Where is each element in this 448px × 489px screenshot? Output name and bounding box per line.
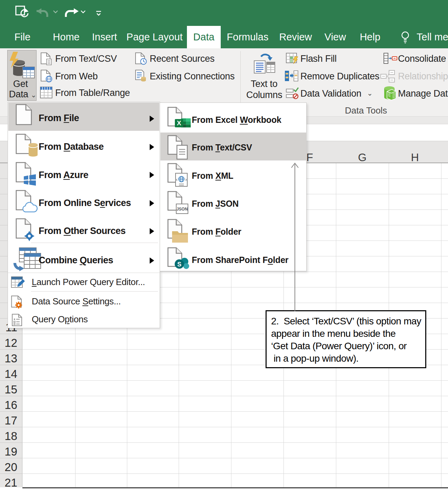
svg-text:JSON: JSON — [177, 207, 188, 212]
svg-text:‹: ‹ — [176, 176, 178, 182]
svg-text:X: X — [177, 119, 181, 127]
svg-text:S: S — [177, 261, 181, 268]
svg-text:›: › — [185, 176, 187, 182]
